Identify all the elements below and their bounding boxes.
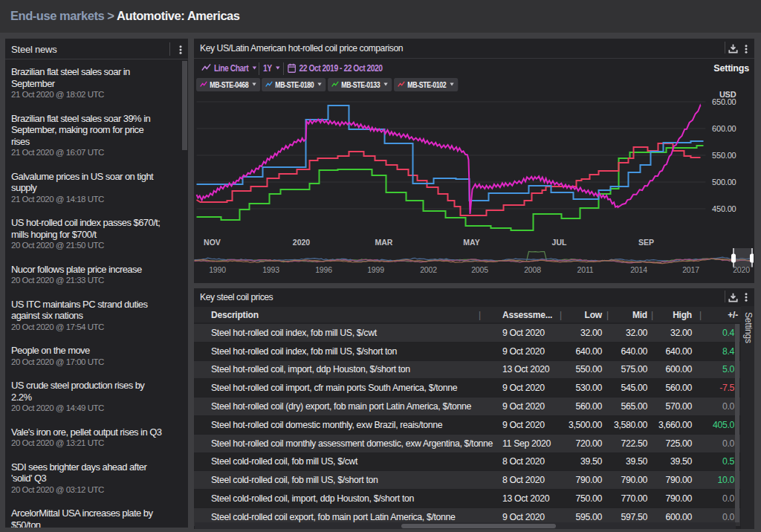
- svg-text:2002: 2002: [420, 265, 437, 274]
- svg-text:1990: 1990: [209, 265, 226, 274]
- svg-text:2017: 2017: [682, 265, 699, 274]
- svg-text:2008: 2008: [524, 265, 541, 274]
- svg-text:2005: 2005: [471, 265, 488, 274]
- svg-text:550.00: 550.00: [712, 151, 736, 160]
- svg-text:JUL: JUL: [552, 238, 567, 247]
- svg-text:SEP: SEP: [638, 238, 654, 247]
- svg-text:1996: 1996: [315, 265, 332, 274]
- svg-text:500.00: 500.00: [712, 178, 736, 186]
- svg-text:USD: USD: [719, 91, 736, 99]
- svg-text:MAY: MAY: [463, 238, 479, 247]
- svg-text:2011: 2011: [577, 265, 594, 274]
- svg-text:600.00: 600.00: [712, 124, 736, 133]
- svg-text:2020: 2020: [293, 238, 311, 247]
- svg-text:1993: 1993: [262, 265, 279, 274]
- svg-text:MAR: MAR: [375, 238, 393, 247]
- svg-text:1999: 1999: [367, 265, 384, 274]
- svg-text:NOV: NOV: [204, 238, 221, 247]
- svg-text:450.00: 450.00: [712, 204, 736, 213]
- svg-text:2014: 2014: [630, 265, 647, 274]
